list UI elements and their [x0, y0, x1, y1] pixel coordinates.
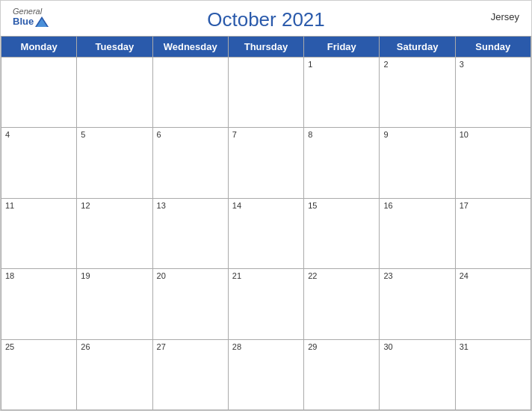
calendar-header: General Blue October 2021 Jersey	[1, 1, 531, 36]
region-label: Jersey	[491, 11, 519, 22]
day-cell: 7	[229, 128, 304, 198]
day-number: 9	[383, 130, 451, 139]
day-cell: 26	[77, 340, 152, 410]
day-cell: 31	[456, 340, 531, 410]
day-number: 31	[460, 342, 527, 351]
day-number: 17	[460, 201, 527, 210]
day-number: 23	[383, 271, 451, 280]
day-cell: 4	[1, 128, 77, 198]
day-number: 15	[308, 201, 375, 210]
day-cell: 12	[77, 199, 152, 269]
day-header-tuesday: Tuesday	[77, 37, 152, 58]
day-number: 19	[81, 271, 148, 280]
day-header-friday: Friday	[304, 37, 380, 58]
day-cell	[77, 58, 152, 128]
day-cell: 27	[153, 340, 229, 410]
week-row-3: 11121314151617	[1, 199, 531, 269]
day-cell: 21	[229, 269, 304, 339]
day-number: 3	[460, 60, 527, 69]
calendar-grid: MondayTuesdayWednesdayThursdayFridaySatu…	[1, 36, 531, 410]
day-cell: 1	[304, 58, 380, 128]
day-number: 12	[81, 201, 148, 210]
day-headers-row: MondayTuesdayWednesdayThursdayFridaySatu…	[1, 37, 531, 58]
day-number: 5	[81, 130, 148, 139]
day-cell: 29	[304, 340, 380, 410]
day-cell	[1, 58, 77, 128]
day-cell: 9	[380, 128, 455, 198]
day-number: 16	[383, 201, 451, 210]
day-cell: 8	[304, 128, 380, 198]
day-header-wednesday: Wednesday	[153, 37, 229, 58]
day-cell	[229, 58, 304, 128]
day-cell: 2	[380, 58, 455, 128]
day-number: 30	[383, 342, 451, 351]
day-header-thursday: Thursday	[229, 37, 304, 58]
day-number: 20	[157, 271, 224, 280]
day-cell: 20	[153, 269, 229, 339]
day-cell: 6	[153, 128, 229, 198]
day-cell: 14	[229, 199, 304, 269]
calendar-title: October 2021	[207, 8, 325, 31]
day-cell: 3	[456, 58, 531, 128]
day-cell: 23	[380, 269, 455, 339]
day-header-sunday: Sunday	[456, 37, 531, 58]
day-cell: 18	[1, 269, 77, 339]
week-row-2: 45678910	[1, 128, 531, 198]
day-header-saturday: Saturday	[380, 37, 455, 58]
week-row-5: 25262728293031	[1, 340, 531, 410]
week-row-1: 123	[1, 58, 531, 128]
day-number: 11	[5, 201, 72, 210]
day-number: 6	[157, 130, 224, 139]
day-number: 4	[5, 130, 72, 139]
day-number: 7	[232, 130, 300, 139]
day-cell: 30	[380, 340, 455, 410]
day-number: 13	[157, 201, 224, 210]
day-cell: 19	[77, 269, 152, 339]
brand-general-text: General	[13, 7, 42, 16]
week-row-4: 18192021222324	[1, 269, 531, 339]
day-number: 29	[308, 342, 375, 351]
weeks-container: 1234567891011121314151617181920212223242…	[1, 58, 531, 410]
day-number: 21	[232, 271, 300, 280]
day-cell: 22	[304, 269, 380, 339]
day-cell: 15	[304, 199, 380, 269]
day-cell: 5	[77, 128, 152, 198]
day-number: 18	[5, 271, 72, 280]
day-number: 25	[5, 342, 72, 351]
day-cell	[153, 58, 229, 128]
day-header-monday: Monday	[1, 37, 77, 58]
day-cell: 10	[456, 128, 531, 198]
brand-icon	[35, 16, 49, 27]
day-cell: 11	[1, 199, 77, 269]
day-number: 10	[460, 130, 527, 139]
day-cell: 24	[456, 269, 531, 339]
day-cell: 13	[153, 199, 229, 269]
day-number: 14	[232, 201, 300, 210]
day-cell: 16	[380, 199, 455, 269]
day-number: 27	[157, 342, 224, 351]
day-cell: 28	[229, 340, 304, 410]
day-number: 2	[383, 60, 451, 69]
brand-logo: General Blue	[13, 7, 49, 27]
day-number: 24	[460, 271, 527, 280]
day-number: 26	[81, 342, 148, 351]
day-number: 28	[232, 342, 300, 351]
calendar: General Blue October 2021 Jersey MondayT…	[0, 0, 532, 411]
brand-blue-text: Blue	[13, 16, 34, 27]
day-cell: 17	[456, 199, 531, 269]
day-cell: 25	[1, 340, 77, 410]
day-number: 1	[308, 60, 375, 69]
day-number: 22	[308, 271, 375, 280]
day-number: 8	[308, 130, 375, 139]
